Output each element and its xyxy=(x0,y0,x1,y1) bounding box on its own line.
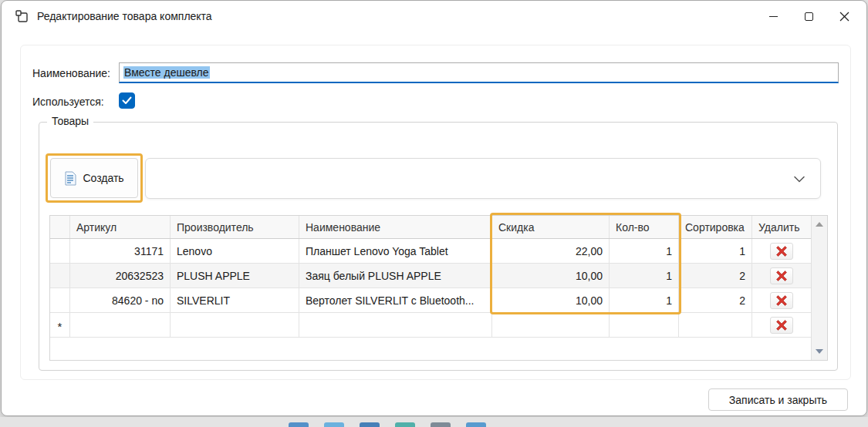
cell-delete xyxy=(752,313,811,337)
table-row: 31171 Lenovo Планшет Lenovo Yoga Tablet … xyxy=(50,239,811,264)
cell-manufacturer[interactable]: SILVERLIT xyxy=(171,288,299,312)
scroll-up-icon[interactable] xyxy=(816,222,823,227)
minimize-button[interactable] xyxy=(755,1,791,32)
window-title: Редактирование товара комплекта xyxy=(37,10,212,22)
header-manufacturer[interactable]: Производитель xyxy=(171,216,299,238)
cell-discount[interactable]: 10,00 xyxy=(492,264,610,287)
cell-articul[interactable]: 84620 - no xyxy=(70,288,171,312)
cell-discount[interactable]: 10,00 xyxy=(492,288,610,312)
cell-articul[interactable] xyxy=(70,313,171,337)
taskbar-icon[interactable] xyxy=(289,422,309,427)
name-input-selected-text: Вместе дешевле xyxy=(123,66,210,79)
used-label: Используется: xyxy=(32,96,104,108)
cell-manufacturer[interactable]: PLUSH APPLE xyxy=(171,264,299,287)
table-new-row: * xyxy=(50,313,811,338)
header-selector xyxy=(50,216,70,238)
create-button[interactable]: Создать xyxy=(50,158,138,198)
cell-sort[interactable]: 1 xyxy=(679,239,752,263)
red-x-icon xyxy=(776,271,787,281)
close-button[interactable] xyxy=(826,1,862,32)
new-row-selector[interactable]: * xyxy=(50,313,70,337)
products-table: Артикул Производитель Наименование Скидк… xyxy=(49,215,828,361)
table-row: 20632523 PLUSH APPLE Заяц белый PLUSH AP… xyxy=(50,264,811,288)
delete-row-button[interactable] xyxy=(770,267,793,284)
document-icon xyxy=(64,171,76,186)
table-row: 84620 - no SILVERLIT Вертолет SILVERLIT … xyxy=(50,288,811,313)
maximize-button[interactable] xyxy=(791,1,826,32)
taskbar-sliver xyxy=(0,417,868,427)
minimize-icon xyxy=(769,16,778,17)
cell-delete xyxy=(752,288,811,312)
taskbar-icon[interactable] xyxy=(360,422,380,427)
red-x-icon xyxy=(776,246,787,257)
products-group-title: Товары xyxy=(47,115,93,127)
row-selector[interactable] xyxy=(50,239,70,263)
chevron-down-icon xyxy=(794,176,805,183)
window-controls xyxy=(755,1,862,32)
cell-discount[interactable] xyxy=(492,313,610,337)
cell-manufacturer[interactable] xyxy=(171,313,299,337)
cell-discount[interactable]: 22,00 xyxy=(492,239,610,263)
cell-sort[interactable]: 2 xyxy=(679,288,752,312)
name-label: Наименование: xyxy=(32,67,110,79)
cell-sort[interactable]: 2 xyxy=(679,264,752,287)
used-checkbox[interactable] xyxy=(119,92,135,109)
taskbar-icon[interactable] xyxy=(324,422,344,427)
header-delete: Удалить xyxy=(752,216,811,238)
header-discount[interactable]: Скидка xyxy=(492,216,610,238)
red-x-icon xyxy=(776,320,787,331)
titlebar: Редактирование товара комплекта xyxy=(2,1,866,32)
cell-qty[interactable]: 1 xyxy=(610,288,679,312)
taskbar-icon[interactable] xyxy=(466,422,486,427)
cell-qty[interactable]: 1 xyxy=(610,239,679,263)
cell-articul[interactable]: 20632523 xyxy=(70,264,171,287)
app-icon xyxy=(15,9,29,23)
row-selector[interactable] xyxy=(50,264,70,287)
cell-name[interactable]: Вертолет SILVERLIT с Bluetooth... xyxy=(299,288,492,312)
header-name[interactable]: Наименование xyxy=(299,216,492,238)
cell-name[interactable]: Планшет Lenovo Yoga Tablet xyxy=(299,239,492,263)
cell-name[interactable] xyxy=(299,313,492,337)
cell-articul[interactable]: 31171 xyxy=(70,239,171,263)
checkmark-icon xyxy=(122,96,132,105)
taskbar-icon[interactable] xyxy=(395,422,415,427)
header-qty[interactable]: Кол-во xyxy=(610,216,679,238)
taskbar-icon[interactable] xyxy=(431,422,451,427)
screen: Редактирование товара комплекта Наименов… xyxy=(0,0,868,427)
cell-manufacturer[interactable]: Lenovo xyxy=(171,239,299,263)
cell-name[interactable]: Заяц белый PLUSH APPLE xyxy=(299,264,492,287)
header-sort[interactable]: Сортировка xyxy=(679,216,752,238)
save-and-close-button[interactable]: Записать и закрыть xyxy=(708,388,848,411)
red-x-icon xyxy=(776,295,787,306)
name-input[interactable]: Вместе дешевле xyxy=(119,62,839,83)
close-icon xyxy=(839,12,849,22)
maximize-icon xyxy=(805,12,813,21)
delete-row-button[interactable] xyxy=(770,317,793,334)
cell-qty[interactable] xyxy=(610,313,679,337)
table-header-row: Артикул Производитель Наименование Скидк… xyxy=(50,216,811,239)
row-selector[interactable] xyxy=(50,288,70,312)
products-table-body: Артикул Производитель Наименование Скидк… xyxy=(50,216,811,360)
delete-row-button[interactable] xyxy=(770,243,793,260)
header-articul[interactable]: Артикул xyxy=(70,216,171,238)
cell-delete xyxy=(752,239,811,263)
scroll-down-icon[interactable] xyxy=(816,349,823,354)
product-search-combobox[interactable] xyxy=(145,158,821,199)
delete-row-button[interactable] xyxy=(770,292,793,309)
cell-qty[interactable]: 1 xyxy=(610,264,679,287)
create-button-label: Создать xyxy=(83,172,123,184)
dialog-window: Редактирование товара комплекта Наименов… xyxy=(1,0,867,416)
cell-delete xyxy=(752,264,811,287)
vertical-scrollbar[interactable] xyxy=(811,216,827,360)
cell-sort[interactable] xyxy=(679,313,752,337)
